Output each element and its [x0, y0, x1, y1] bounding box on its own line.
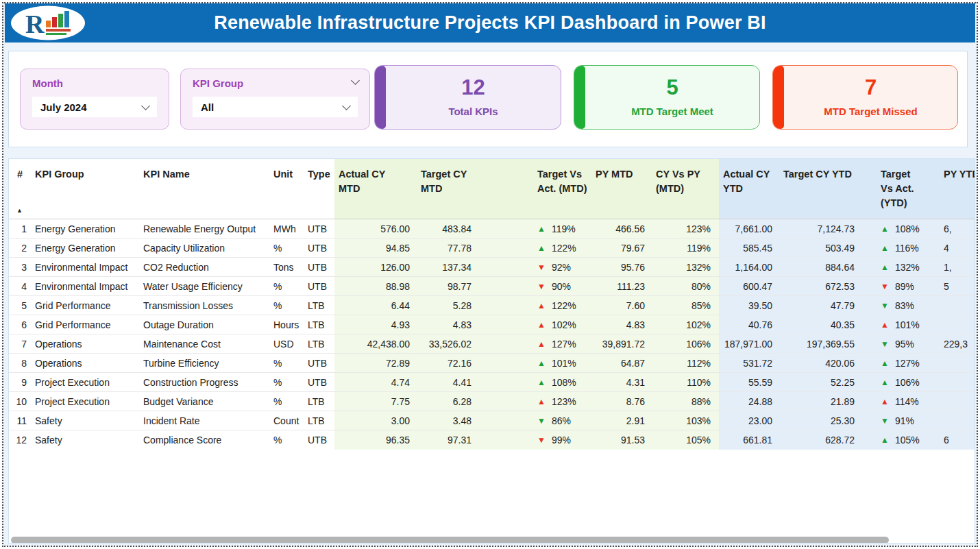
kpi-variance-value: 132% [895, 262, 920, 273]
month-dropdown[interactable]: July 2024 [32, 97, 157, 117]
cell-group: Safety [31, 430, 139, 450]
cell-unit: % [269, 430, 304, 450]
card-accent-bar [773, 66, 784, 129]
kpi-variance-value: 127% [895, 358, 920, 369]
cell-tva_mtd: ▲101% [478, 354, 591, 372]
cell-tva_mtd: ▲119% [478, 219, 591, 238]
cell-num: 1 [13, 219, 31, 238]
column-header-target_ytd[interactable]: Target CY YTD [779, 159, 871, 219]
cell-cvp_mtd: 105% [652, 430, 719, 450]
cell-py_mtd: 111.23 [591, 277, 652, 295]
cell-py_mtd: 4.31 [591, 373, 652, 391]
table-row[interactable]: 7OperationsMaintenance CostUSDLTB42,438.… [9, 334, 975, 354]
sort-ascending-icon[interactable]: ▲ [16, 207, 23, 214]
column-header-group[interactable]: KPI Group [31, 159, 139, 219]
card-accent-bar [375, 66, 386, 129]
table-row[interactable]: 12SafetyCompliance Score%UTB96.3597.31▼9… [9, 430, 975, 450]
column-header-type[interactable]: Type [304, 159, 334, 219]
cell-actual_ytd: 585.45 [719, 239, 779, 257]
cell-type: LTB [304, 411, 334, 430]
kpi-group-slicer: KPI Group All [180, 69, 370, 130]
cell-num: 8 [13, 354, 31, 372]
chevron-down-icon[interactable] [351, 76, 360, 85]
kpi-variance-value: 99% [552, 435, 571, 446]
total-kpis-label: Total KPIs [386, 106, 561, 117]
mtd-target-missed-card: 7 MTD Target Missed [772, 65, 958, 130]
column-header-name[interactable]: KPI Name [139, 159, 269, 219]
cell-py_mtd: 39,891.72 [591, 334, 652, 353]
cell-cvp_mtd: 88% [652, 392, 719, 411]
cell-tva_ytd: ▲132% [871, 258, 940, 276]
cell-tva_ytd: ▲116% [871, 239, 940, 257]
cell-cvp_mtd: 106% [652, 334, 719, 353]
cell-py_mtd: 7.60 [591, 296, 652, 315]
column-header-tva_mtd[interactable]: Target Vs Act. (MTD) [478, 159, 591, 219]
table-row[interactable]: 10Project ExecutionBudget Variance%LTB7.… [9, 392, 975, 411]
cell-py_ytd: 1, [940, 258, 975, 276]
cell-unit: % [269, 392, 304, 411]
table-row[interactable]: 1Energy GenerationRenewable Energy Outpu… [9, 219, 975, 239]
column-header-py_mtd[interactable]: PY MTD [591, 159, 652, 219]
kpi-up-icon: ▲ [537, 339, 546, 349]
cell-actual_mtd: 94.85 [334, 239, 417, 257]
cell-num: 12 [13, 430, 31, 450]
cell-unit: % [269, 296, 304, 315]
cell-type: LTB [304, 296, 334, 315]
table-row[interactable]: 9Project ExecutionConstruction Progress%… [9, 373, 975, 392]
kpi-down-icon: ▼ [537, 416, 546, 426]
cell-target_ytd: 25.30 [779, 411, 871, 430]
cell-type: LTB [304, 392, 334, 411]
kpi-group-dropdown-value: All [201, 101, 214, 113]
cell-group: Project Execution [31, 392, 139, 411]
kpi-up-icon: ▲ [537, 378, 546, 387]
column-header-actual_ytd[interactable]: Actual CY YTD [719, 159, 779, 219]
cell-tva_mtd: ▲127% [478, 334, 591, 353]
cell-target_mtd: 483.84 [417, 219, 478, 238]
table-row[interactable]: 8OperationsTurbine Efficiency%UTB72.8972… [9, 354, 975, 373]
cell-target_mtd: 77.78 [417, 239, 478, 257]
table-row[interactable]: 5Grid PerformanceTransmission Losses%LTB… [9, 296, 975, 315]
cell-type: UTB [304, 219, 334, 238]
cell-type: UTB [304, 258, 334, 276]
cell-actual_mtd: 6.44 [334, 296, 417, 315]
table-row[interactable]: 3Environmental ImpactCO2 ReductionTonsUT… [9, 258, 975, 277]
cell-tva_mtd: ▼99% [478, 430, 591, 450]
column-header-cvp_mtd[interactable]: CY Vs PY (MTD) [652, 159, 719, 219]
cell-actual_mtd: 4.74 [334, 373, 417, 391]
kpi-group-dropdown[interactable]: All [193, 97, 358, 117]
company-logo-icon: R [10, 5, 86, 40]
horizontal-scrollbar-thumb[interactable] [11, 537, 889, 544]
cell-name: Incident Rate [139, 411, 269, 430]
cell-unit: Tons [269, 258, 304, 276]
cell-name: Capacity Utilization [139, 239, 269, 257]
cell-num: 7 [13, 334, 31, 353]
cell-type: UTB [304, 239, 334, 257]
table-row[interactable]: 4Environmental ImpactWater Usage Efficie… [9, 277, 975, 296]
column-header-target_mtd[interactable]: Target CY MTD [417, 159, 478, 219]
cell-actual_mtd: 4.93 [334, 315, 417, 334]
mtd-target-missed-value: 7 [784, 75, 957, 100]
cell-group: Safety [31, 411, 139, 430]
cell-name: CO2 Reduction [139, 258, 269, 276]
cell-name: Construction Progress [139, 373, 269, 391]
cell-tva_ytd: ▲101% [871, 315, 940, 334]
cell-py_ytd: 6 [940, 430, 975, 450]
column-header-unit[interactable]: Unit [269, 159, 304, 219]
column-header-py_ytd[interactable]: PY YTD [940, 159, 975, 219]
table-row[interactable]: 6Grid PerformanceOutage DurationHoursLTB… [9, 315, 975, 334]
table-row[interactable]: 11SafetyIncident RateCountLTB3.003.48▼86… [9, 411, 975, 430]
cell-tva_ytd: ▲106% [871, 373, 940, 391]
cell-actual_ytd: 55.59 [719, 373, 779, 391]
cell-tva_mtd: ▼90% [478, 277, 591, 295]
column-header-tva_ytd[interactable]: Target Vs Act. (YTD) [871, 159, 940, 219]
cell-type: LTB [304, 334, 334, 353]
cell-target_ytd: 420.06 [779, 354, 871, 372]
cell-group: Project Execution [31, 373, 139, 391]
cell-num: 2 [13, 239, 31, 257]
filters-panel: Month July 2024 KPI Group All 12 Total K… [8, 51, 968, 147]
table-row[interactable]: 2Energy GenerationCapacity Utilization%U… [9, 239, 975, 258]
mtd-target-meet-value: 5 [585, 75, 759, 100]
cell-type: UTB [304, 373, 334, 391]
column-header-actual_mtd[interactable]: Actual CY MTD [334, 159, 417, 219]
cell-unit: USD [269, 334, 304, 353]
